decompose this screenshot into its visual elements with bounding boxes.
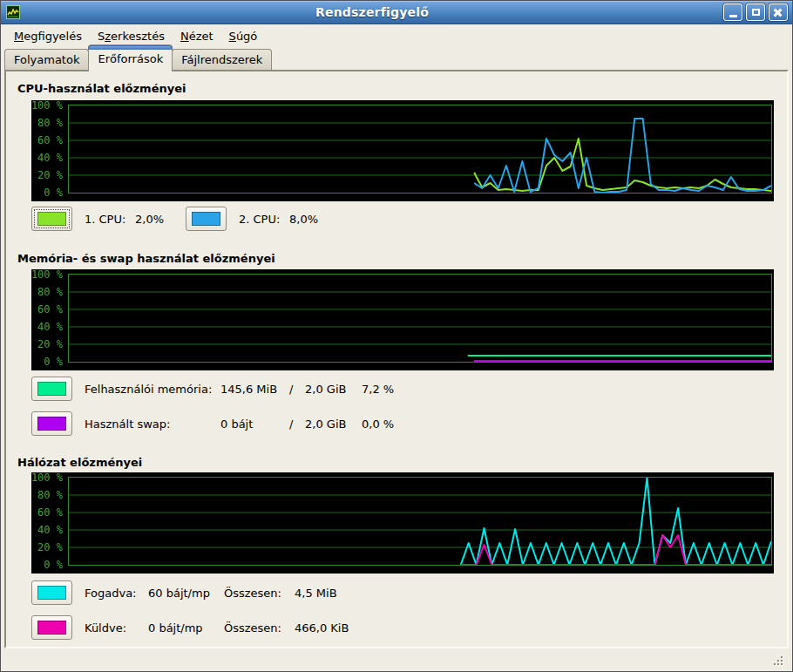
- cpu-legend: 1. CPU: 2,0% 2. CPU: 8,0%: [17, 206, 776, 232]
- tab-folyamatok[interactable]: Folyamatok: [4, 49, 89, 70]
- close-button[interactable]: [769, 3, 788, 21]
- window-title: Rendszerfigyelő: [21, 5, 723, 19]
- window-controls: [723, 3, 788, 21]
- swap-value: 0 bájt: [220, 417, 289, 431]
- cpu1-color-button[interactable]: [31, 207, 72, 231]
- y-axis-tick: 100 %: [31, 268, 63, 281]
- user-memory-color-swatch: [37, 382, 66, 396]
- sent-value: 0 bájt/mp: [148, 621, 224, 635]
- cpu1-value: 2,0%: [135, 213, 186, 226]
- menu-item-nezet[interactable]: Nézet: [173, 27, 221, 45]
- received-value: 60 bájt/mp: [148, 587, 224, 600]
- y-axis-tick: 80 %: [37, 117, 63, 129]
- y-axis-tick: 20 %: [37, 169, 63, 181]
- tab-eroforrasok[interactable]: Erőforrások: [88, 44, 173, 71]
- cpu-plot-area: [68, 105, 772, 193]
- sent-color-button[interactable]: [31, 615, 72, 640]
- y-axis-tick: 0 %: [44, 187, 63, 199]
- sent-legend-row: Küldve: 0 bájt/mp Összesen: 466,0 KiB: [17, 615, 776, 640]
- swap-label: Használt swap:: [85, 417, 220, 431]
- menu-item-megfigyeles[interactable]: Megfigyelés: [6, 27, 90, 45]
- y-axis-tick: 80 %: [37, 286, 63, 298]
- swap-slash: /: [289, 417, 305, 431]
- y-axis-tick: 20 %: [37, 338, 63, 350]
- window-titlebar[interactable]: Rendszerfigyelő: [1, 1, 792, 24]
- minimize-button[interactable]: [723, 3, 742, 21]
- cpu2-value: 8,0%: [289, 213, 340, 226]
- resize-grip[interactable]: [772, 655, 784, 667]
- y-axis-tick: 60 %: [37, 303, 63, 316]
- content-panel: CPU-használat előzményei 100 %80 %60 %40…: [4, 70, 789, 648]
- cpu2-label: 2. CPU:: [239, 213, 289, 226]
- y-axis-tick: 60 %: [37, 506, 63, 519]
- memory-plot-area: [68, 274, 772, 363]
- y-axis-tick: 100 %: [31, 99, 63, 112]
- tab-fajlrendszerek[interactable]: Fájlrendszerek: [172, 49, 272, 70]
- memory-history-graph: 100 %80 %60 %40 %20 %0 %: [31, 269, 774, 370]
- received-color-button[interactable]: [31, 580, 72, 605]
- network-section-title: Hálózat előzményei: [17, 456, 776, 469]
- minimize-icon: [729, 15, 737, 17]
- received-legend-row: Fogadva: 60 bájt/mp Összesen: 4,5 MiB: [17, 580, 776, 605]
- menu-item-szerkesztes[interactable]: Szerkesztés: [90, 27, 173, 45]
- y-axis-tick: 40 %: [37, 524, 63, 536]
- swap-legend-row: Használt swap: 0 bájt / 2,0 GiB 0,0 %: [17, 411, 776, 436]
- y-axis-tick: 80 %: [37, 489, 63, 501]
- cpu1-color-swatch: [37, 212, 66, 226]
- user-memory-total: 2,0 GiB: [305, 383, 362, 396]
- cpu2-color-swatch: [192, 212, 220, 226]
- series-line-k-ldve: [461, 535, 771, 565]
- swap-percent: 0,0 %: [362, 417, 394, 431]
- series-line-fogadva: [461, 478, 771, 565]
- received-total-label: Összesen:: [224, 587, 295, 600]
- y-axis-tick: 20 %: [37, 541, 63, 553]
- y-axis-tick: 40 %: [37, 321, 63, 333]
- user-memory-label: Felhasználói memória:: [85, 383, 220, 396]
- y-axis-tick: 100 %: [31, 472, 63, 484]
- menu-item-sugo[interactable]: Súgó: [221, 27, 266, 45]
- system-monitor-icon-glyph: [6, 5, 20, 19]
- series-line-2-cpu: [474, 119, 771, 193]
- cpu1-label: 1. CPU:: [85, 213, 135, 226]
- tab-strip: Folyamatok Erőforrások Fájlrendszerek: [1, 47, 792, 70]
- memory-section-title: Memória- és swap használat előzményei: [17, 252, 776, 265]
- user-memory-slash: /: [289, 383, 305, 396]
- network-plot-area: [68, 477, 772, 566]
- cpu-history-graph: 100 %80 %60 %40 %20 %0 %: [31, 100, 774, 201]
- sent-label: Küldve:: [85, 621, 148, 635]
- sent-color-swatch: [37, 621, 66, 635]
- cpu-section-title: CPU-használat előzményei: [17, 82, 776, 95]
- y-axis-tick: 0 %: [44, 559, 63, 571]
- sent-total: 466,0 KiB: [295, 621, 349, 635]
- user-memory-legend-row: Felhasználói memória: 145,6 MiB / 2,0 Gi…: [17, 377, 776, 401]
- received-color-swatch: [37, 586, 66, 600]
- user-memory-color-button[interactable]: [31, 377, 72, 401]
- system-monitor-window: Rendszerfigyelő Megfigyelés Szerkesztés …: [0, 0, 793, 672]
- swap-total: 2,0 GiB: [305, 417, 362, 431]
- y-axis-tick: 40 %: [37, 152, 63, 164]
- y-axis-tick: 0 %: [44, 356, 63, 368]
- swap-color-swatch: [37, 417, 66, 431]
- network-y-axis: 100 %80 %60 %40 %20 %0 %: [31, 478, 65, 565]
- received-total: 4,5 MiB: [295, 587, 337, 600]
- maximize-icon: [752, 9, 760, 16]
- cpu-y-axis: 100 %80 %60 %40 %20 %0 %: [31, 105, 65, 193]
- maximize-button[interactable]: [746, 3, 765, 21]
- received-label: Fogadva:: [85, 587, 148, 600]
- cpu2-color-button[interactable]: [186, 207, 227, 231]
- sent-total-label: Összesen:: [224, 621, 295, 635]
- user-memory-value: 145,6 MiB: [220, 383, 289, 396]
- system-monitor-icon[interactable]: [5, 4, 21, 20]
- memory-y-axis: 100 %80 %60 %40 %20 %0 %: [31, 275, 65, 362]
- swap-color-button[interactable]: [31, 411, 72, 436]
- user-memory-percent: 7,2 %: [362, 383, 394, 396]
- network-history-graph: 100 %80 %60 %40 %20 %0 %: [31, 472, 774, 574]
- y-axis-tick: 60 %: [37, 134, 63, 146]
- status-bar: [1, 648, 792, 671]
